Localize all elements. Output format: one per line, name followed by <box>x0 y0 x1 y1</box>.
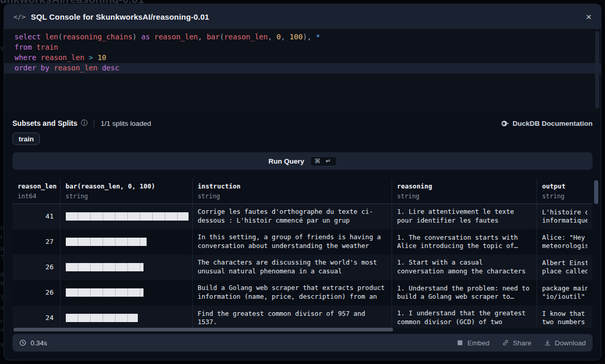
sql-editor-lines: select len(reasoning_chains) as reason_l… <box>4 32 601 74</box>
bar-visualization <box>66 238 147 246</box>
cell-output: Albert Einste place called <box>537 255 593 280</box>
modal-title: SQL Console for SkunkworksAI/reasoning-0… <box>31 12 209 21</box>
embed-icon <box>456 339 464 346</box>
table-row: 26Build a Golang web scraper that extrac… <box>12 280 593 305</box>
cell-output: I know that t two numbers i <box>537 305 593 331</box>
table-row: 41Corrige les fautes d'orthographe du te… <box>12 204 593 229</box>
edge-text-fragment: t <box>1 234 2 240</box>
edge-text-fragment: t <box>1 318 2 324</box>
results-table: reason_lenint64bar(reason_len, 0, 100)st… <box>12 179 593 331</box>
clock-icon <box>19 339 26 346</box>
table-header: reason_lenint64bar(reason_len, 0, 100)st… <box>12 179 593 204</box>
sql-line: from train <box>4 42 601 53</box>
cell-instruction: Corrige les fautes d'orthographe du text… <box>192 204 392 229</box>
download-label: Download <box>555 339 586 347</box>
horizontal-scrollbar-thumb[interactable] <box>13 328 393 331</box>
elapsed-time: 0.34s <box>31 339 47 347</box>
splits-status: 1/1 splits loaded <box>100 120 151 127</box>
duckdb-doc-link[interactable]: DuckDB Documentation <box>501 120 593 127</box>
subsets-heading: Subsets and Splits <box>12 119 77 127</box>
embed-button[interactable]: Embed <box>456 339 489 347</box>
editor-scrollbar[interactable] <box>595 31 599 109</box>
sql-console-modal: </> SQL Console for SkunkworksAI/reasoni… <box>4 4 601 360</box>
cell-instruction: In this setting, a group of friends is h… <box>192 229 392 255</box>
cell-output: L'histoire co informatique <box>537 204 593 229</box>
cell-instruction: Build a Golang web scraper that extracts… <box>192 280 392 305</box>
edge-text-fragment: s <box>1 341 4 347</box>
cell-output: package main "io/ioutil" " <box>537 280 593 305</box>
info-icon[interactable]: ⓘ <box>81 119 88 128</box>
cell-reason-len: 27 <box>12 229 60 255</box>
cell-reason-len: 26 <box>12 255 60 280</box>
cell-bar <box>60 204 192 229</box>
cell-output: Alice: "Hey g meteorologist <box>537 229 593 255</box>
table-row: 27In this setting, a group of friends is… <box>12 229 593 255</box>
horizontal-scrollbar[interactable] <box>12 328 593 331</box>
divider <box>94 120 94 127</box>
sql-editor[interactable]: select len(reasoning_chains) as reason_l… <box>4 29 601 112</box>
column-header-bar(reason_len, 0, 100)[interactable]: bar(reason_len, 0, 100)string <box>60 179 192 204</box>
column-header-reason_len[interactable]: reason_lenint64 <box>12 179 60 204</box>
cell-reasoning: 1. Lire attentivement le texte pour iden… <box>392 204 537 229</box>
cell-instruction: The characters are discussing the world'… <box>192 255 392 280</box>
bar-visualization <box>66 288 143 297</box>
sql-line: select len(reasoning_chains) as reason_l… <box>4 32 601 42</box>
cell-bar <box>60 255 192 280</box>
cell-bar <box>60 305 192 331</box>
query-elapsed: 0.34s <box>19 339 47 347</box>
cell-reason-len: 41 <box>12 204 60 229</box>
bar-visualization <box>66 263 143 271</box>
bar-visualization <box>66 314 138 322</box>
close-icon[interactable]: × <box>586 12 592 22</box>
column-header-reasoning[interactable]: reasoningstring <box>392 179 537 204</box>
share-label: Share <box>513 339 531 347</box>
table-body: 41Corrige les fautes d'orthographe du te… <box>12 204 593 331</box>
split-chips: train <box>12 133 593 145</box>
footer-actions: EmbedShareDownload <box>456 339 586 347</box>
cell-reasoning: 1. I understand that the greatest common… <box>392 305 537 331</box>
cell-reason-len: 24 <box>12 305 60 331</box>
cell-bar <box>60 229 192 255</box>
vertical-scrollbar-thumb[interactable] <box>594 180 598 204</box>
duckdb-logo-icon <box>501 120 509 127</box>
cell-reasoning: 1. The conversation starts with Alice in… <box>392 229 537 255</box>
download-icon <box>544 339 551 346</box>
duckdb-doc-label: DuckDB Documentation <box>512 120 593 127</box>
share-icon <box>502 339 509 346</box>
cell-reasoning: 1. Understand the problem: need to build… <box>392 280 537 305</box>
table-row: 24Find the greatest common divisor of 95… <box>12 305 593 331</box>
cell-reasoning: 1. Start with a casual conversation amon… <box>392 255 537 280</box>
sql-line: where reason_len > 10 <box>4 53 601 63</box>
edge-text-fragment: b <box>1 245 4 252</box>
edge-text-fragment: s <box>1 304 4 310</box>
sql-line: order by reason_len desc <box>4 63 601 74</box>
cell-reason-len: 26 <box>12 280 60 305</box>
table-row: 26The characters are discussing the worl… <box>12 255 593 280</box>
edge-text-fragment: v <box>1 327 4 333</box>
split-chip-train[interactable]: train <box>12 133 40 145</box>
run-query-label: Run Query <box>268 157 304 165</box>
edge-text-fragment: T <box>1 295 4 301</box>
embed-label: Embed <box>467 339 489 347</box>
column-header-output[interactable]: outputstring <box>537 179 593 204</box>
modal-footer: 0.34s EmbedShareDownload <box>12 334 593 352</box>
kbd-shortcut: ⌘ ↵ <box>310 156 336 166</box>
modal-titlebar: </> SQL Console for SkunkworksAI/reasoni… <box>4 4 601 29</box>
share-button[interactable]: Share <box>502 339 531 347</box>
download-button[interactable]: Download <box>544 339 586 347</box>
cell-instruction: Find the greatest common divisor of 957 … <box>192 305 392 331</box>
run-query-button[interactable]: Run Query ⌘ ↵ <box>12 152 593 170</box>
subsets-splits-row: Subsets and Splits ⓘ 1/1 splits loaded D… <box>12 118 593 128</box>
cell-bar <box>60 280 192 305</box>
code-icon: </> <box>13 13 25 21</box>
bar-visualization <box>66 212 189 221</box>
column-header-instruction[interactable]: instructionstring <box>192 179 392 204</box>
